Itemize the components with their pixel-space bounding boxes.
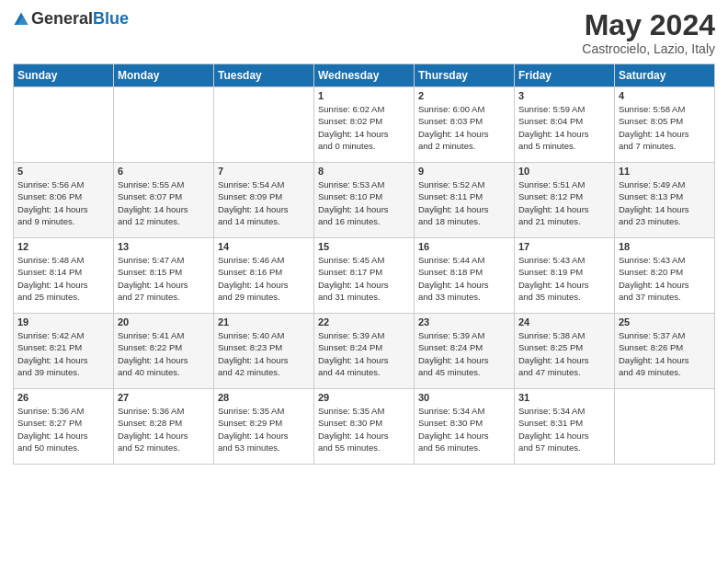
day-cell: 28Sunrise: 5:35 AMSunset: 8:29 PMDayligh…	[214, 389, 314, 465]
day-info: Sunrise: 5:39 AMSunset: 8:24 PMDaylight:…	[318, 329, 410, 378]
day-info: Sunrise: 5:44 AMSunset: 8:18 PMDaylight:…	[418, 254, 510, 303]
week-row-5: 26Sunrise: 5:36 AMSunset: 8:27 PMDayligh…	[14, 389, 715, 465]
page: GeneralBlue May 2024 Castrocielo, Lazio,…	[0, 0, 728, 563]
day-info: Sunrise: 6:00 AMSunset: 8:03 PMDaylight:…	[418, 103, 510, 152]
day-cell: 17Sunrise: 5:43 AMSunset: 8:19 PMDayligh…	[515, 238, 615, 314]
day-number: 16	[418, 241, 510, 252]
day-cell: 22Sunrise: 5:39 AMSunset: 8:24 PMDayligh…	[314, 314, 415, 389]
day-info: Sunrise: 5:49 AMSunset: 8:13 PMDaylight:…	[619, 178, 711, 227]
day-number: 4	[619, 90, 711, 101]
weekday-header-sunday: Sunday	[14, 64, 114, 87]
day-info: Sunrise: 5:45 AMSunset: 8:17 PMDaylight:…	[318, 254, 410, 303]
day-number: 26	[17, 392, 109, 403]
day-info: Sunrise: 5:38 AMSunset: 8:25 PMDaylight:…	[518, 329, 610, 378]
day-number: 2	[418, 90, 510, 101]
day-cell: 2Sunrise: 6:00 AMSunset: 8:03 PMDaylight…	[415, 87, 515, 163]
day-number: 25	[619, 316, 711, 327]
logo-text-blue: Blue	[93, 9, 129, 28]
day-info: Sunrise: 5:41 AMSunset: 8:22 PMDaylight:…	[118, 329, 210, 378]
day-cell: 14Sunrise: 5:46 AMSunset: 8:16 PMDayligh…	[214, 238, 314, 314]
day-info: Sunrise: 5:58 AMSunset: 8:05 PMDaylight:…	[619, 103, 711, 152]
logo: GeneralBlue	[13, 9, 129, 29]
day-number: 17	[518, 241, 610, 252]
day-cell: 13Sunrise: 5:47 AMSunset: 8:15 PMDayligh…	[114, 238, 214, 314]
day-number: 29	[318, 392, 410, 403]
day-info: Sunrise: 5:47 AMSunset: 8:15 PMDaylight:…	[118, 254, 210, 303]
day-info: Sunrise: 5:36 AMSunset: 8:27 PMDaylight:…	[17, 405, 109, 454]
day-cell: 30Sunrise: 5:34 AMSunset: 8:30 PMDayligh…	[415, 389, 515, 465]
day-number: 6	[118, 166, 210, 177]
day-cell: 18Sunrise: 5:43 AMSunset: 8:20 PMDayligh…	[615, 238, 715, 314]
weekday-header-wednesday: Wednesday	[314, 64, 415, 87]
day-info: Sunrise: 5:56 AMSunset: 8:06 PMDaylight:…	[17, 178, 109, 227]
day-cell: 1Sunrise: 6:02 AMSunset: 8:02 PMDaylight…	[314, 87, 415, 163]
day-info: Sunrise: 5:35 AMSunset: 8:30 PMDaylight:…	[318, 405, 410, 454]
day-cell	[214, 87, 314, 163]
weekday-header-saturday: Saturday	[615, 64, 715, 87]
day-info: Sunrise: 5:51 AMSunset: 8:12 PMDaylight:…	[518, 178, 610, 227]
day-info: Sunrise: 6:02 AMSunset: 8:02 PMDaylight:…	[318, 103, 410, 152]
day-number: 14	[218, 241, 310, 252]
day-info: Sunrise: 5:37 AMSunset: 8:26 PMDaylight:…	[619, 329, 711, 378]
weekday-header-monday: Monday	[114, 64, 214, 87]
logo-text-general: General	[31, 9, 93, 28]
day-info: Sunrise: 5:34 AMSunset: 8:30 PMDaylight:…	[418, 405, 510, 454]
day-cell: 8Sunrise: 5:53 AMSunset: 8:10 PMDaylight…	[314, 163, 415, 238]
day-cell	[14, 87, 114, 163]
weekday-header-row: SundayMondayTuesdayWednesdayThursdayFrid…	[14, 64, 715, 87]
day-number: 28	[218, 392, 310, 403]
day-cell: 6Sunrise: 5:55 AMSunset: 8:07 PMDaylight…	[114, 163, 214, 238]
day-cell: 29Sunrise: 5:35 AMSunset: 8:30 PMDayligh…	[314, 389, 415, 465]
day-number: 24	[518, 316, 610, 327]
day-info: Sunrise: 5:53 AMSunset: 8:10 PMDaylight:…	[318, 178, 410, 227]
day-number: 23	[418, 316, 510, 327]
weekday-header-friday: Friday	[515, 64, 615, 87]
day-number: 13	[118, 241, 210, 252]
title-section: May 2024 Castrocielo, Lazio, Italy	[582, 9, 715, 56]
month-year: May 2024	[582, 9, 715, 41]
header: GeneralBlue May 2024 Castrocielo, Lazio,…	[13, 9, 715, 56]
day-info: Sunrise: 5:59 AMSunset: 8:04 PMDaylight:…	[518, 103, 610, 152]
day-cell: 15Sunrise: 5:45 AMSunset: 8:17 PMDayligh…	[314, 238, 415, 314]
day-cell: 25Sunrise: 5:37 AMSunset: 8:26 PMDayligh…	[615, 314, 715, 389]
day-info: Sunrise: 5:43 AMSunset: 8:19 PMDaylight:…	[518, 254, 610, 303]
day-cell: 23Sunrise: 5:39 AMSunset: 8:24 PMDayligh…	[415, 314, 515, 389]
day-cell: 3Sunrise: 5:59 AMSunset: 8:04 PMDaylight…	[515, 87, 615, 163]
day-number: 30	[418, 392, 510, 403]
day-cell: 12Sunrise: 5:48 AMSunset: 8:14 PMDayligh…	[14, 238, 114, 314]
day-number: 3	[518, 90, 610, 101]
day-cell: 27Sunrise: 5:36 AMSunset: 8:28 PMDayligh…	[114, 389, 214, 465]
day-info: Sunrise: 5:35 AMSunset: 8:29 PMDaylight:…	[218, 405, 310, 454]
day-number: 8	[318, 166, 410, 177]
day-number: 19	[17, 316, 109, 327]
day-info: Sunrise: 5:54 AMSunset: 8:09 PMDaylight:…	[218, 178, 310, 227]
day-info: Sunrise: 5:40 AMSunset: 8:23 PMDaylight:…	[218, 329, 310, 378]
day-cell: 16Sunrise: 5:44 AMSunset: 8:18 PMDayligh…	[415, 238, 515, 314]
day-number: 12	[17, 241, 109, 252]
day-cell: 7Sunrise: 5:54 AMSunset: 8:09 PMDaylight…	[214, 163, 314, 238]
day-number: 11	[619, 166, 711, 177]
day-cell	[615, 389, 715, 465]
day-cell: 9Sunrise: 5:52 AMSunset: 8:11 PMDaylight…	[415, 163, 515, 238]
day-cell: 20Sunrise: 5:41 AMSunset: 8:22 PMDayligh…	[114, 314, 214, 389]
day-number: 22	[318, 316, 410, 327]
week-row-2: 5Sunrise: 5:56 AMSunset: 8:06 PMDaylight…	[14, 163, 715, 238]
day-number: 31	[518, 392, 610, 403]
day-info: Sunrise: 5:36 AMSunset: 8:28 PMDaylight:…	[118, 405, 210, 454]
day-cell: 10Sunrise: 5:51 AMSunset: 8:12 PMDayligh…	[515, 163, 615, 238]
day-cell: 4Sunrise: 5:58 AMSunset: 8:05 PMDaylight…	[615, 87, 715, 163]
day-number: 20	[118, 316, 210, 327]
day-cell	[114, 87, 214, 163]
location: Castrocielo, Lazio, Italy	[582, 41, 715, 56]
day-number: 1	[318, 90, 410, 101]
day-number: 27	[118, 392, 210, 403]
day-number: 21	[218, 316, 310, 327]
day-cell: 21Sunrise: 5:40 AMSunset: 8:23 PMDayligh…	[214, 314, 314, 389]
week-row-1: 1Sunrise: 6:02 AMSunset: 8:02 PMDaylight…	[14, 87, 715, 163]
day-cell: 11Sunrise: 5:49 AMSunset: 8:13 PMDayligh…	[615, 163, 715, 238]
calendar: SundayMondayTuesdayWednesdayThursdayFrid…	[13, 63, 715, 465]
day-cell: 31Sunrise: 5:34 AMSunset: 8:31 PMDayligh…	[515, 389, 615, 465]
day-number: 5	[17, 166, 109, 177]
day-info: Sunrise: 5:34 AMSunset: 8:31 PMDaylight:…	[518, 405, 610, 454]
day-info: Sunrise: 5:52 AMSunset: 8:11 PMDaylight:…	[418, 178, 510, 227]
